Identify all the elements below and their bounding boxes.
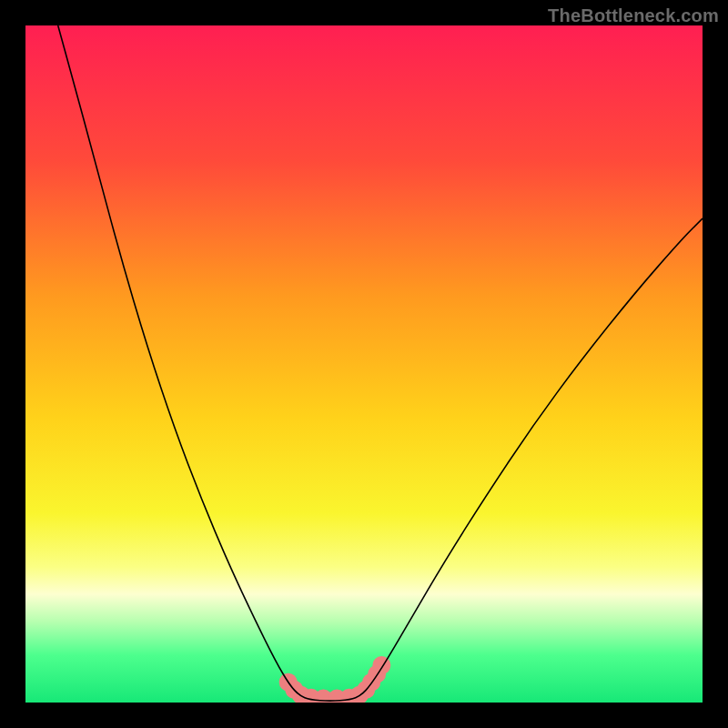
chart-svg — [25, 25, 703, 703]
watermark-text: TheBottleneck.com — [548, 5, 719, 26]
chart-plot-area — [25, 25, 703, 703]
chart-background — [25, 25, 703, 703]
chart-frame: TheBottleneck.com — [0, 0, 728, 728]
